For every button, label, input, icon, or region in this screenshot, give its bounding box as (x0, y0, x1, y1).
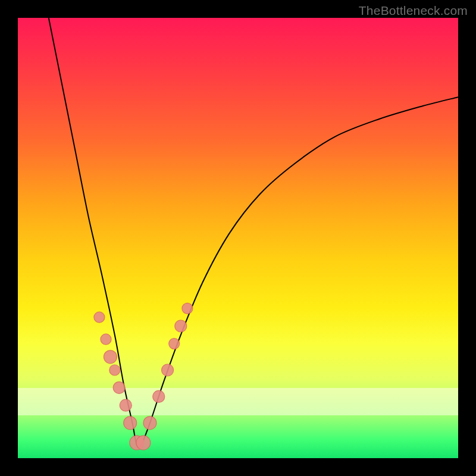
marker-dot (182, 303, 193, 314)
marker-dot (136, 436, 151, 450)
chart-root: TheBottleneck.com (0, 0, 476, 476)
marker-dot (101, 334, 111, 345)
marker-dot (143, 416, 156, 430)
marker-dot (153, 390, 165, 402)
bottleneck-curve (49, 18, 458, 447)
marker-dot (175, 320, 187, 332)
marker-dot (120, 399, 131, 411)
marker-dot (104, 350, 117, 364)
marker-dot (109, 365, 120, 375)
marker-dot (94, 312, 105, 322)
marker-cluster (94, 303, 193, 450)
marker-dot (113, 382, 125, 394)
marker-dot (124, 416, 137, 430)
curve-svg (18, 18, 458, 458)
watermark-text: TheBottleneck.com (359, 4, 468, 18)
plot-area (18, 18, 458, 458)
marker-dot (169, 339, 180, 349)
marker-dot (162, 364, 174, 376)
